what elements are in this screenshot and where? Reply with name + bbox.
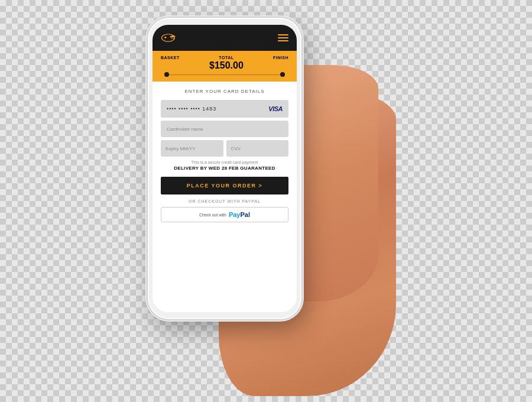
place-order-button[interactable]: PLACE YOUR ORDER > <box>161 177 288 194</box>
or-paypal-label: OR CHECKOUT WITH PAYPAL <box>161 199 288 203</box>
hamburger-menu-icon[interactable] <box>278 34 288 41</box>
hamburger-line-3 <box>278 40 288 41</box>
section-title: ENTER YOUR CARD DETAILS <box>161 89 288 94</box>
secure-text: This is a secure credit card payment <box>161 160 288 164</box>
progress-labels: BASKET TOTAL $150.00 FINISH <box>161 56 288 71</box>
app-header <box>153 25 297 51</box>
expiry-placeholder: Expiry MM/YY <box>166 146 196 151</box>
app-content: ENTER YOUR CARD DETAILS •••• •••• •••• 1… <box>153 82 297 229</box>
phone-screen: BASKET TOTAL $150.00 FINISH <box>153 25 297 312</box>
expiry-cvv-row: Expiry MM/YY CVV <box>161 140 288 157</box>
hamburger-line-2 <box>278 37 288 38</box>
cardholder-name-field[interactable]: Cardholder name <box>161 121 288 137</box>
cvv-placeholder: CVV <box>231 146 241 151</box>
basket-label: BASKET <box>161 56 180 60</box>
app-logo <box>161 31 177 44</box>
progress-dot-start <box>164 72 169 77</box>
card-number-masked: •••• •••• •••• 1483 <box>167 106 216 112</box>
svg-point-1 <box>164 37 166 38</box>
card-number-field[interactable]: •••• •••• •••• 1483 VISA <box>161 100 288 118</box>
paypal-prefix-text: Check out with <box>199 213 226 217</box>
paypal-logo: PayPal <box>229 211 250 218</box>
progress-line <box>169 74 280 75</box>
progress-dot-end <box>280 72 285 77</box>
finish-label: FINISH <box>273 56 288 60</box>
svg-point-0 <box>162 34 175 41</box>
total-label-center: TOTAL $150.00 <box>209 56 244 71</box>
visa-logo: VISA <box>268 105 283 112</box>
phone-frame: BASKET TOTAL $150.00 FINISH <box>148 18 301 319</box>
expiry-field[interactable]: Expiry MM/YY <box>161 140 223 157</box>
cardholder-placeholder: Cardholder name <box>167 127 203 132</box>
cvv-field[interactable]: CVV <box>226 140 289 157</box>
progress-bar: BASKET TOTAL $150.00 FINISH <box>153 51 297 82</box>
scene: BASKET TOTAL $150.00 FINISH <box>112 6 420 396</box>
phone-wrapper: BASKET TOTAL $150.00 FINISH <box>148 18 301 319</box>
total-amount: $150.00 <box>209 60 244 71</box>
delivery-guarantee: DELIVERY BY WED 28 FEB GUARANTEED <box>161 166 288 171</box>
progress-track <box>164 72 285 77</box>
hamburger-line-1 <box>278 34 288 35</box>
paypal-checkout-button[interactable]: Check out with PayPal <box>161 207 288 222</box>
